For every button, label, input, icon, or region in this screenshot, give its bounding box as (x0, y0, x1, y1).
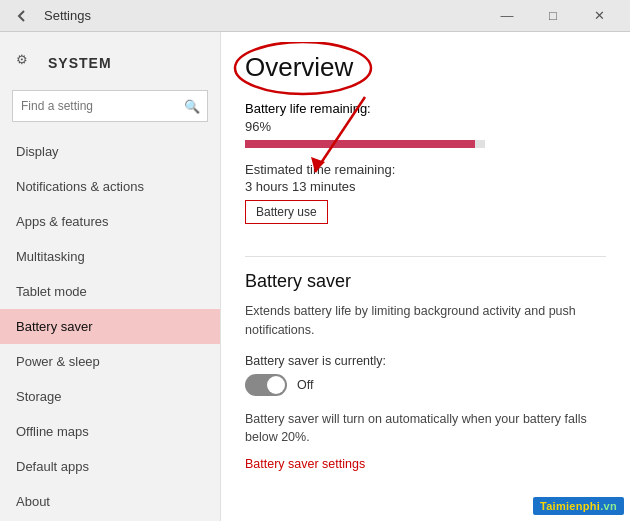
toggle-state-label: Off (297, 378, 313, 392)
sidebar-item-power[interactable]: Power & sleep (0, 344, 220, 379)
search-input[interactable] (12, 90, 208, 122)
toggle-knob (267, 376, 285, 394)
window-controls: — □ ✕ (484, 0, 622, 32)
watermark: Taimienphi.vn (533, 497, 624, 515)
content-area: Overview Battery life remaining: 96% Est… (220, 32, 630, 521)
divider (245, 256, 606, 257)
battery-bar-fill (245, 140, 475, 148)
close-button[interactable]: ✕ (576, 0, 622, 32)
battery-saver-settings-link[interactable]: Battery saver settings (245, 457, 606, 471)
battery-saver-title: Battery saver (245, 271, 606, 292)
sidebar-item-display[interactable]: Display (0, 134, 220, 169)
sidebar-item-battery-saver[interactable]: Battery saver (0, 309, 220, 344)
sidebar-item-apps[interactable]: Apps & features (0, 204, 220, 239)
currently-label: Battery saver is currently: (245, 354, 606, 368)
overview-section: Overview (245, 52, 606, 97)
minimize-button[interactable]: — (484, 0, 530, 32)
system-title: SYSTEM (48, 55, 112, 71)
sidebar-item-multitasking[interactable]: Multitasking (0, 239, 220, 274)
sidebar-item-default[interactable]: Default apps (0, 449, 220, 484)
battery-life-value: 96% (245, 119, 606, 134)
battery-saver-toggle[interactable] (245, 374, 287, 396)
search-icon: 🔍 (184, 99, 200, 114)
maximize-button[interactable]: □ (530, 0, 576, 32)
battery-use-button[interactable]: Battery use (245, 200, 328, 224)
battery-saver-desc: Extends battery life by limiting backgro… (245, 302, 606, 340)
sidebar-item-tablet[interactable]: Tablet mode (0, 274, 220, 309)
auto-desc: Battery saver will turn on automatically… (245, 410, 606, 448)
battery-life-label: Battery life remaining: (245, 101, 606, 116)
sidebar-header: ⚙ SYSTEM (0, 40, 220, 90)
main-layout: ⚙ SYSTEM 🔍 Display Notifications & actio… (0, 32, 630, 521)
sidebar-item-about[interactable]: About (0, 484, 220, 519)
title-bar: Settings — □ ✕ (0, 0, 630, 32)
estimated-time-value: 3 hours 13 minutes (245, 179, 606, 194)
sidebar-item-storage[interactable]: Storage (0, 379, 220, 414)
gear-icon: ⚙ (16, 52, 38, 74)
sidebar-item-notifications[interactable]: Notifications & actions (0, 169, 220, 204)
battery-bar-background (245, 140, 485, 148)
window-title: Settings (44, 8, 91, 23)
overview-title: Overview (245, 52, 353, 83)
back-button[interactable] (8, 2, 36, 30)
sidebar-item-offline[interactable]: Offline maps (0, 414, 220, 449)
estimated-time-label: Estimated time remaining: (245, 162, 606, 177)
sidebar: ⚙ SYSTEM 🔍 Display Notifications & actio… (0, 32, 220, 521)
toggle-row: Off (245, 374, 606, 396)
search-container: 🔍 (12, 90, 208, 122)
